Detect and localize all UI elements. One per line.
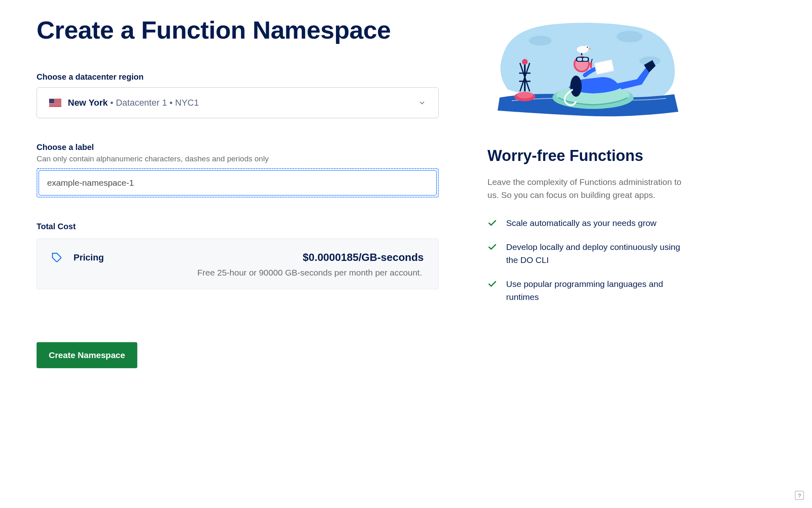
svg-point-23	[587, 47, 588, 48]
svg-point-9	[522, 59, 528, 65]
benefit-item: Use popular programming languages and ru…	[487, 278, 682, 303]
cost-label: Total Cost	[37, 222, 439, 231]
svg-point-14	[570, 76, 582, 97]
benefit-text: Develop locally and deploy continuously …	[506, 241, 682, 266]
label-section: Choose a label Can only contain alphanum…	[37, 143, 439, 198]
region-label: Choose a datacenter region	[37, 72, 439, 82]
region-dropdown[interactable]: New York • Datacenter 1 • NYC1	[37, 87, 439, 118]
region-section: Choose a datacenter region New York • Da…	[37, 72, 439, 118]
page-title: Create a Function Namespace	[37, 16, 439, 44]
cost-section: Total Cost Pricing $0.0000185/GB-seconds…	[37, 222, 439, 289]
region-detail: • Datacenter 1 • NYC1	[108, 98, 199, 108]
check-icon	[487, 218, 497, 228]
pricing-label-text: Pricing	[74, 252, 104, 263]
check-icon	[487, 242, 497, 252]
create-namespace-button[interactable]: Create Namespace	[37, 342, 137, 368]
pricing-card: Pricing $0.0000185/GB-seconds Free 25-ho…	[37, 239, 439, 289]
chevron-down-icon	[418, 99, 426, 107]
region-selected-text: New York • Datacenter 1 • NYC1	[68, 98, 199, 108]
svg-rect-18	[577, 58, 582, 61]
pricing-row: Pricing $0.0000185/GB-seconds	[52, 251, 424, 264]
benefit-list: Scale automatically as your needs grow D…	[487, 217, 682, 304]
us-flag-icon	[49, 99, 61, 107]
label-field-hint: Can only contain alphanumeric characters…	[37, 154, 439, 163]
benefit-item: Develop locally and deploy continuously …	[487, 241, 682, 266]
svg-point-11	[517, 92, 533, 98]
benefit-text: Scale automatically as your needs grow	[506, 217, 656, 230]
svg-rect-19	[583, 58, 588, 61]
label-input-focus-ring	[37, 168, 439, 198]
pricing-value: $0.0000185/GB-seconds	[303, 251, 424, 264]
region-city: New York	[68, 98, 108, 108]
svg-point-1	[529, 36, 552, 46]
pricing-left: Pricing	[52, 252, 104, 263]
svg-point-22	[584, 46, 589, 50]
sidebar-title: Worry-free Functions	[487, 146, 682, 166]
svg-point-2	[617, 31, 643, 42]
pricing-tag-icon	[52, 252, 62, 263]
label-field-label: Choose a label	[37, 143, 439, 152]
label-input[interactable]	[39, 170, 437, 195]
region-dropdown-content: New York • Datacenter 1 • NYC1	[49, 98, 199, 108]
sidebar-description: Leave the complexity of Functions admini…	[487, 176, 682, 202]
hero-illustration	[487, 16, 682, 122]
check-icon	[487, 279, 497, 289]
benefit-item: Scale automatically as your needs grow	[487, 217, 682, 230]
pricing-note: Free 25-hour or 90000 GB-seconds per mon…	[52, 268, 424, 278]
benefit-text: Use popular programming languages and ru…	[506, 278, 682, 303]
